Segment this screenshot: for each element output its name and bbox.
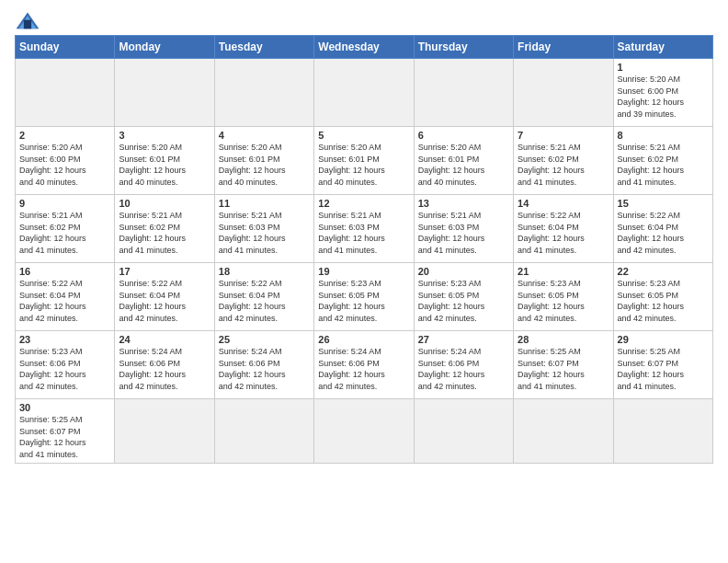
day-cell: 2Sunrise: 5:20 AM Sunset: 6:00 PM Daylig…	[16, 127, 115, 195]
day-cell: 30Sunrise: 5:25 AM Sunset: 6:07 PM Dayli…	[16, 399, 115, 464]
day-number: 4	[219, 130, 310, 141]
col-header-friday: Friday	[514, 36, 613, 59]
day-number: 7	[518, 130, 609, 141]
day-info: Sunrise: 5:20 AM Sunset: 6:01 PM Dayligh…	[119, 142, 210, 188]
day-cell	[414, 399, 513, 464]
day-cell: 11Sunrise: 5:21 AM Sunset: 6:03 PM Dayli…	[214, 195, 313, 263]
day-info: Sunrise: 5:23 AM Sunset: 6:05 PM Dayligh…	[518, 278, 609, 324]
day-info: Sunrise: 5:21 AM Sunset: 6:03 PM Dayligh…	[318, 210, 409, 256]
day-cell: 5Sunrise: 5:20 AM Sunset: 6:01 PM Daylig…	[314, 127, 414, 195]
day-cell	[514, 59, 613, 127]
svg-rect-2	[24, 20, 31, 29]
day-number: 16	[19, 266, 110, 277]
day-cell: 24Sunrise: 5:24 AM Sunset: 6:06 PM Dayli…	[115, 331, 214, 399]
day-cell: 21Sunrise: 5:23 AM Sunset: 6:05 PM Dayli…	[514, 263, 613, 331]
day-number: 24	[119, 334, 210, 345]
day-cell: 25Sunrise: 5:24 AM Sunset: 6:06 PM Dayli…	[214, 331, 313, 399]
header-row: SundayMondayTuesdayWednesdayThursdayFrid…	[16, 36, 713, 59]
week-row-3: 16Sunrise: 5:22 AM Sunset: 6:04 PM Dayli…	[16, 263, 713, 331]
day-number: 2	[19, 130, 110, 141]
day-cell	[314, 59, 414, 127]
week-row-1: 2Sunrise: 5:20 AM Sunset: 6:00 PM Daylig…	[16, 127, 713, 195]
day-info: Sunrise: 5:23 AM Sunset: 6:06 PM Dayligh…	[19, 346, 110, 392]
day-cell: 29Sunrise: 5:25 AM Sunset: 6:07 PM Dayli…	[613, 331, 712, 399]
day-cell: 27Sunrise: 5:24 AM Sunset: 6:06 PM Dayli…	[414, 331, 513, 399]
day-number: 20	[418, 266, 509, 277]
day-cell: 16Sunrise: 5:22 AM Sunset: 6:04 PM Dayli…	[16, 263, 115, 331]
day-cell	[613, 399, 712, 464]
week-row-4: 23Sunrise: 5:23 AM Sunset: 6:06 PM Dayli…	[16, 331, 713, 399]
day-cell	[214, 399, 313, 464]
day-number: 28	[518, 334, 609, 345]
day-number: 9	[19, 198, 110, 209]
day-info: Sunrise: 5:22 AM Sunset: 6:04 PM Dayligh…	[19, 278, 110, 324]
day-info: Sunrise: 5:23 AM Sunset: 6:05 PM Dayligh…	[318, 278, 409, 324]
day-number: 15	[618, 198, 709, 209]
day-info: Sunrise: 5:24 AM Sunset: 6:06 PM Dayligh…	[119, 346, 210, 392]
day-cell: 28Sunrise: 5:25 AM Sunset: 6:07 PM Dayli…	[514, 331, 613, 399]
day-info: Sunrise: 5:21 AM Sunset: 6:02 PM Dayligh…	[19, 210, 110, 256]
day-cell: 9Sunrise: 5:21 AM Sunset: 6:02 PM Daylig…	[16, 195, 115, 263]
day-number: 17	[119, 266, 210, 277]
day-cell: 6Sunrise: 5:20 AM Sunset: 6:01 PM Daylig…	[414, 127, 513, 195]
day-info: Sunrise: 5:22 AM Sunset: 6:04 PM Dayligh…	[119, 278, 210, 324]
day-cell: 14Sunrise: 5:22 AM Sunset: 6:04 PM Dayli…	[514, 195, 613, 263]
day-info: Sunrise: 5:24 AM Sunset: 6:06 PM Dayligh…	[418, 346, 509, 392]
day-cell	[514, 399, 613, 464]
day-cell: 22Sunrise: 5:23 AM Sunset: 6:05 PM Dayli…	[613, 263, 712, 331]
day-info: Sunrise: 5:20 AM Sunset: 6:00 PM Dayligh…	[19, 142, 110, 188]
day-cell: 18Sunrise: 5:22 AM Sunset: 6:04 PM Dayli…	[214, 263, 313, 331]
day-cell: 26Sunrise: 5:24 AM Sunset: 6:06 PM Dayli…	[314, 331, 414, 399]
day-cell	[414, 59, 513, 127]
day-cell: 12Sunrise: 5:21 AM Sunset: 6:03 PM Dayli…	[314, 195, 414, 263]
col-header-wednesday: Wednesday	[314, 36, 414, 59]
week-row-2: 9Sunrise: 5:21 AM Sunset: 6:02 PM Daylig…	[16, 195, 713, 263]
week-row-5: 30Sunrise: 5:25 AM Sunset: 6:07 PM Dayli…	[16, 399, 713, 464]
day-cell: 1Sunrise: 5:20 AM Sunset: 6:00 PM Daylig…	[613, 59, 712, 127]
day-info: Sunrise: 5:21 AM Sunset: 6:03 PM Dayligh…	[418, 210, 509, 256]
day-number: 3	[119, 130, 210, 141]
day-cell: 7Sunrise: 5:21 AM Sunset: 6:02 PM Daylig…	[514, 127, 613, 195]
day-cell	[16, 59, 115, 127]
day-info: Sunrise: 5:20 AM Sunset: 6:01 PM Dayligh…	[418, 142, 509, 188]
day-number: 27	[418, 334, 509, 345]
day-number: 19	[318, 266, 409, 277]
day-info: Sunrise: 5:21 AM Sunset: 6:03 PM Dayligh…	[219, 210, 310, 256]
calendar-body: 1Sunrise: 5:20 AM Sunset: 6:00 PM Daylig…	[16, 59, 713, 464]
day-number: 10	[119, 198, 210, 209]
day-number: 8	[618, 130, 709, 141]
day-number: 18	[219, 266, 310, 277]
day-number: 14	[518, 198, 609, 209]
day-cell	[115, 59, 214, 127]
day-number: 30	[19, 402, 110, 413]
day-number: 22	[618, 266, 709, 277]
day-info: Sunrise: 5:21 AM Sunset: 6:02 PM Dayligh…	[119, 210, 210, 256]
day-number: 6	[418, 130, 509, 141]
day-cell: 15Sunrise: 5:22 AM Sunset: 6:04 PM Dayli…	[613, 195, 712, 263]
day-info: Sunrise: 5:22 AM Sunset: 6:04 PM Dayligh…	[518, 210, 609, 256]
day-number: 5	[318, 130, 409, 141]
day-number: 1	[618, 62, 709, 73]
day-info: Sunrise: 5:21 AM Sunset: 6:02 PM Dayligh…	[618, 142, 709, 188]
day-number: 13	[418, 198, 509, 209]
logo	[15, 11, 44, 31]
week-row-0: 1Sunrise: 5:20 AM Sunset: 6:00 PM Daylig…	[16, 59, 713, 127]
day-cell: 8Sunrise: 5:21 AM Sunset: 6:02 PM Daylig…	[613, 127, 712, 195]
col-header-saturday: Saturday	[613, 36, 712, 59]
generalblue-logo-icon	[15, 11, 40, 31]
day-info: Sunrise: 5:25 AM Sunset: 6:07 PM Dayligh…	[618, 346, 709, 392]
day-info: Sunrise: 5:24 AM Sunset: 6:06 PM Dayligh…	[318, 346, 409, 392]
day-info: Sunrise: 5:23 AM Sunset: 6:05 PM Dayligh…	[618, 278, 709, 324]
day-number: 12	[318, 198, 409, 209]
col-header-thursday: Thursday	[414, 36, 513, 59]
day-cell	[314, 399, 414, 464]
day-number: 25	[219, 334, 310, 345]
calendar-header: SundayMondayTuesdayWednesdayThursdayFrid…	[16, 36, 713, 59]
day-info: Sunrise: 5:22 AM Sunset: 6:04 PM Dayligh…	[618, 210, 709, 256]
day-number: 29	[618, 334, 709, 345]
day-cell: 20Sunrise: 5:23 AM Sunset: 6:05 PM Dayli…	[414, 263, 513, 331]
day-cell: 3Sunrise: 5:20 AM Sunset: 6:01 PM Daylig…	[115, 127, 214, 195]
page-container: SundayMondayTuesdayWednesdayThursdayFrid…	[0, 0, 728, 471]
day-info: Sunrise: 5:20 AM Sunset: 6:01 PM Dayligh…	[219, 142, 310, 188]
col-header-sunday: Sunday	[16, 36, 115, 59]
